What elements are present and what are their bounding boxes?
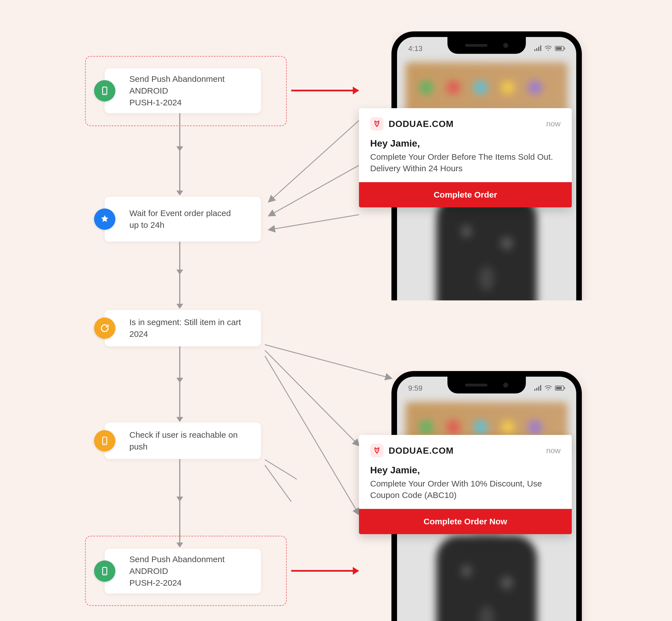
svg-rect-9 [540,45,541,51]
complete-order-button[interactable]: Complete Order [359,182,572,207]
svg-rect-22 [556,387,562,389]
phone-notch [447,377,526,394]
svg-point-1 [104,93,105,94]
phone-icon [94,430,116,451]
app-name: DODUAE.COM [389,446,454,456]
notification-title: Hey Jamie, [359,137,572,151]
svg-rect-13 [556,47,562,50]
flow-step-label: Is in segment: Still item in cart 2024 [129,317,250,340]
diagram-canvas: Send Push Abandonment ANDROID PUSH-1-202… [0,0,672,621]
svg-line-28 [265,350,359,446]
connector [179,113,180,192]
brand-icon [370,444,384,457]
flow-step-segment-check[interactable]: Is in segment: Still item in cart 2024 [105,310,261,346]
star-icon [94,208,116,230]
battery-icon [555,384,565,392]
svg-rect-15 [534,389,535,391]
flow-step-send-push-1[interactable]: Send Push Abandonment ANDROID PUSH-1-202… [105,68,261,113]
complete-order-now-button[interactable]: Complete Order Now [359,509,572,534]
svg-line-29 [265,356,359,514]
phone-icon [94,80,116,101]
signal-icon [534,44,541,53]
svg-rect-18 [540,385,541,391]
notification-body: Complete Your Order Before The Items Sol… [359,151,572,182]
svg-rect-12 [564,47,565,50]
wifi-icon [544,384,552,392]
svg-point-10 [548,50,549,51]
flow-step-send-push-2[interactable]: Send Push Abandonment ANDROID PUSH-2-202… [105,549,261,593]
flow-step-label: Wait for Event order placed up to 24h [129,207,231,231]
svg-line-26 [269,215,359,230]
app-name: DODUAE.COM [389,119,454,129]
wifi-icon [544,44,552,53]
signal-icon [534,384,541,392]
notification-time: now [546,119,561,128]
svg-rect-7 [536,48,537,51]
svg-line-24 [269,121,359,202]
notification-body: Complete Your Order With 10% Discount, U… [359,478,572,509]
red-arrow-2 [291,570,358,572]
notification-time: now [546,446,561,455]
red-arrow-1 [291,90,358,91]
svg-line-25 [269,165,359,216]
flow-step-label: Send Push Abandonment ANDROID PUSH-2-202… [129,553,250,589]
brand-icon [370,117,384,131]
svg-line-30 [265,460,297,479]
connector [179,346,180,418]
phone-notch [447,37,526,54]
svg-rect-6 [534,49,535,51]
svg-rect-21 [564,387,565,389]
phone-icon [94,561,116,582]
svg-point-19 [548,389,549,390]
flow-step-reachable-check[interactable]: Check if user is reachable on push [105,423,261,459]
push-notification-1[interactable]: DODUAE.COM now Hey Jamie, Complete Your … [359,108,572,207]
svg-line-27 [265,345,392,378]
clock: 4:13 [408,44,422,53]
svg-rect-8 [538,47,539,51]
battery-icon [555,44,565,53]
flow-step-wait-event[interactable]: Wait for Event order placed up to 24h [105,197,261,242]
flow-step-label: Send Push Abandonment ANDROID PUSH-1-202… [129,73,250,109]
push-notification-2[interactable]: DODUAE.COM now Hey Jamie, Complete Your … [359,435,572,534]
refresh-icon [94,318,116,339]
connector [179,242,180,305]
svg-line-31 [265,465,291,502]
clock: 9:59 [408,384,422,392]
flow-step-label: Check if user is reachable on push [129,429,250,453]
connector [179,459,180,544]
svg-point-23 [376,450,377,451]
notification-title: Hey Jamie, [359,463,572,478]
svg-rect-16 [536,388,537,391]
svg-point-14 [376,123,377,124]
svg-rect-17 [538,386,539,391]
svg-point-3 [104,443,105,444]
svg-point-5 [104,573,105,574]
